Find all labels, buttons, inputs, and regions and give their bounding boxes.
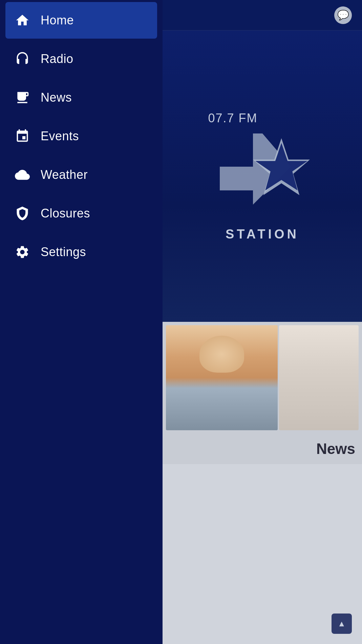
chat-icon[interactable] — [334, 6, 352, 24]
logo-area: 07.7 FM STATION — [163, 30, 362, 322]
weather-icon — [14, 166, 31, 184]
sidebar-label-events: Events — [41, 129, 79, 143]
settings-icon — [14, 243, 31, 261]
scroll-up-button[interactable] — [332, 614, 352, 634]
top-bar — [163, 0, 362, 30]
sidebar-label-closures: Closures — [41, 206, 90, 221]
news-section: News — [163, 322, 362, 644]
bedroom-image — [279, 325, 359, 430]
fm-label: 07.7 FM — [208, 111, 258, 125]
sidebar-item-settings[interactable]: Settings — [5, 234, 157, 270]
sidebar-label-weather: Weather — [41, 168, 88, 182]
news-image-secondary — [279, 325, 359, 430]
sidebar-item-events[interactable]: Events — [5, 118, 157, 154]
home-icon — [14, 12, 31, 29]
sidebar-item-home[interactable]: Home — [5, 2, 157, 39]
closures-icon — [14, 205, 31, 222]
news-label: News — [316, 440, 355, 457]
events-icon — [14, 127, 31, 145]
sidebar-label-radio: Radio — [41, 52, 73, 66]
logo-container: 07.7 FM STATION — [205, 108, 320, 244]
sidebar-item-news[interactable]: News — [5, 79, 157, 116]
news-image-main — [166, 325, 278, 430]
sidebar-label-home: Home — [41, 13, 74, 27]
news-label-bar: News — [163, 434, 362, 464]
sidebar-item-weather[interactable]: Weather — [5, 157, 157, 193]
star-logo — [215, 129, 310, 224]
news-images-container — [163, 322, 362, 434]
person-image — [166, 325, 278, 430]
news-icon — [14, 89, 31, 106]
station-label: STATION — [226, 227, 299, 242]
sidebar-item-closures[interactable]: Closures — [5, 195, 157, 232]
sidebar-label-news: News — [41, 90, 72, 105]
sidebar: Home Radio News Events — [0, 0, 163, 644]
sidebar-item-radio[interactable]: Radio — [5, 41, 157, 77]
radio-icon — [14, 50, 31, 68]
sidebar-label-settings: Settings — [41, 245, 86, 259]
